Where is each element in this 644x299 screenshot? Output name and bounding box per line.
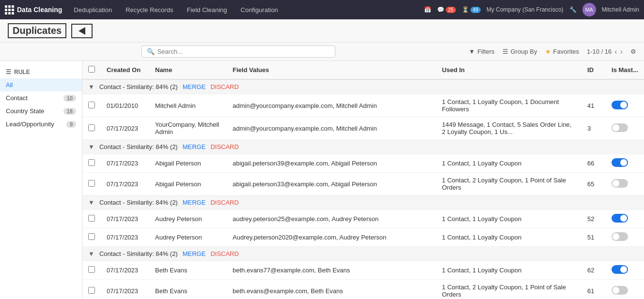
search-input-wrap[interactable]: 🔍 <box>141 45 335 58</box>
avatar[interactable]: MA <box>582 3 596 16</box>
merge-button[interactable]: MERGE <box>183 83 206 90</box>
group-label-text: Contact - Similarity: 84% (2) <box>99 199 178 206</box>
cell-master[interactable] <box>606 154 644 173</box>
table-row: 07/17/2023 Beth Evans beth.evans@example… <box>82 280 644 299</box>
row-checkbox[interactable] <box>88 266 95 273</box>
group-by-button[interactable]: ☰ Group By <box>503 48 537 55</box>
messages-icon-btn[interactable]: 💬 25 <box>437 6 456 13</box>
next-page-button[interactable]: › <box>620 47 623 56</box>
cell-date: 07/17/2023 <box>101 173 149 195</box>
favorites-button[interactable]: ★ Favorites <box>545 48 579 55</box>
group-row: ▼ Contact - Similarity: 84% (2) MERGE DI… <box>82 140 644 154</box>
clock-icon-btn[interactable]: ⏳ 49 <box>462 6 481 13</box>
cell-master[interactable] <box>606 228 644 247</box>
master-toggle[interactable] <box>612 123 628 132</box>
toggle-knob <box>620 159 627 166</box>
cell-name: Beth Evans <box>149 261 227 280</box>
master-toggle[interactable] <box>612 232 628 241</box>
row-checkbox[interactable] <box>88 287 95 294</box>
row-checkbox[interactable] <box>88 180 95 187</box>
cell-used-in: 1 Contact, 1 Loyalty Coupon <box>436 228 581 247</box>
cell-master[interactable] <box>606 173 644 195</box>
nav-field-cleaning[interactable]: Field Cleaning <box>180 0 234 19</box>
sidebar-item-country-state[interactable]: Country State 18 <box>0 105 82 118</box>
master-toggle[interactable] <box>612 214 628 223</box>
filter-icon: ▼ <box>469 48 475 55</box>
cell-master[interactable] <box>606 210 644 228</box>
company-name: My Company (San Francisco) <box>487 6 564 13</box>
cell-id: 52 <box>581 210 606 228</box>
group-by-label: Group By <box>511 48 537 55</box>
merge-button[interactable]: MERGE <box>183 250 206 257</box>
col-header-field-values[interactable]: Field Values <box>227 61 436 79</box>
cell-used-in: 1 Contact, 1 Loyalty Coupon <box>436 210 581 228</box>
prev-page-button[interactable]: ‹ <box>614 47 617 56</box>
cell-master[interactable] <box>606 94 644 117</box>
master-toggle[interactable] <box>612 101 628 109</box>
cell-name: Abigail Peterson <box>149 154 227 173</box>
col-header-used-in[interactable]: Used In <box>436 61 581 79</box>
master-toggle[interactable] <box>612 265 628 274</box>
nav-deduplication[interactable]: Deduplication <box>67 0 119 19</box>
group-chevron[interactable]: ▼ <box>88 250 94 257</box>
row-checkbox[interactable] <box>88 102 95 108</box>
toggle-knob <box>613 124 619 131</box>
discard-button[interactable]: DISCARD <box>210 250 239 257</box>
chat-icon: 💬 <box>437 6 444 13</box>
col-header-id[interactable]: ID <box>581 61 606 79</box>
nav-recycle-records[interactable]: Recycle Records <box>119 0 180 19</box>
sidebar-item-all[interactable]: All <box>0 78 82 91</box>
sidebar-item-lead-opportunity[interactable]: Lead/Opportunity 9 <box>0 118 82 131</box>
group-chevron[interactable]: ▼ <box>88 199 94 206</box>
cell-master[interactable] <box>606 280 644 299</box>
merge-button[interactable]: MERGE <box>183 199 206 206</box>
toggle-knob <box>620 102 627 108</box>
toggle-knob <box>613 287 619 294</box>
discard-button[interactable]: DISCARD <box>210 199 239 206</box>
clock-icon: ⏳ <box>462 6 469 13</box>
group-chevron[interactable]: ▼ <box>88 83 94 90</box>
app-logo[interactable]: Data Cleaning <box>5 5 67 15</box>
row-checkbox[interactable] <box>88 233 95 240</box>
discard-button[interactable]: DISCARD <box>210 143 239 150</box>
row-checkbox[interactable] <box>88 124 95 131</box>
sub-header: Duplicates <box>0 19 644 43</box>
cell-fields: audrey.peterson25@example.com, Audrey Pe… <box>227 210 436 228</box>
sidebar-item-contact[interactable]: Contact 10 <box>0 91 82 105</box>
col-header-name[interactable]: Name <box>149 61 227 79</box>
col-header-created-on[interactable]: Created On <box>101 61 149 79</box>
group-chevron[interactable]: ▼ <box>88 143 94 150</box>
cell-master[interactable] <box>606 261 644 280</box>
cell-name: YourCompany, Mitchell Admin <box>149 117 227 140</box>
nav-configuration[interactable]: Configuration <box>234 0 285 19</box>
cell-master[interactable] <box>606 117 644 140</box>
rule-header-label: RULE <box>14 69 30 75</box>
search-input[interactable] <box>157 48 330 55</box>
group-row: ▼ Contact - Similarity: 84% (2) MERGE DI… <box>82 79 644 94</box>
master-toggle[interactable] <box>612 158 628 167</box>
cell-date: 01/01/2010 <box>101 94 149 117</box>
row-checkbox[interactable] <box>88 159 95 166</box>
cell-fields: abigail.peterson39@example.com, Abigail … <box>227 154 436 173</box>
table-row: 07/17/2023 Beth Evans beth.evans77@examp… <box>82 261 644 280</box>
toggle-knob <box>613 180 619 187</box>
group-label-text: Contact - Similarity: 84% (2) <box>99 250 178 257</box>
tools-icon: 🔧 <box>569 6 577 13</box>
col-header-is-master[interactable]: Is Mast... <box>606 61 644 79</box>
back-button[interactable] <box>71 24 93 38</box>
master-toggle[interactable] <box>612 179 628 188</box>
toolbar-right: ▼ Filters ☰ Group By ★ Favorites 1-10 / … <box>469 47 636 56</box>
row-checkbox[interactable] <box>88 215 95 222</box>
cell-used-in: 1 Contact, 1 Loyalty Coupon, 1 Document … <box>436 94 581 117</box>
sidebar-lead-count: 9 <box>66 121 76 128</box>
activity-icon-btn[interactable]: 📅 <box>424 6 431 13</box>
settings-icon[interactable]: ⚙ <box>630 48 636 55</box>
cell-date: 07/17/2023 <box>101 117 149 140</box>
select-all-checkbox[interactable] <box>88 66 95 73</box>
merge-button[interactable]: MERGE <box>183 143 206 150</box>
master-toggle[interactable] <box>612 286 628 295</box>
discard-button[interactable]: DISCARD <box>210 83 239 90</box>
filters-button[interactable]: ▼ Filters <box>469 48 494 55</box>
page-title: Duplicates <box>8 23 66 38</box>
data-table: Created On Name Field Values Used In ID … <box>82 61 644 299</box>
